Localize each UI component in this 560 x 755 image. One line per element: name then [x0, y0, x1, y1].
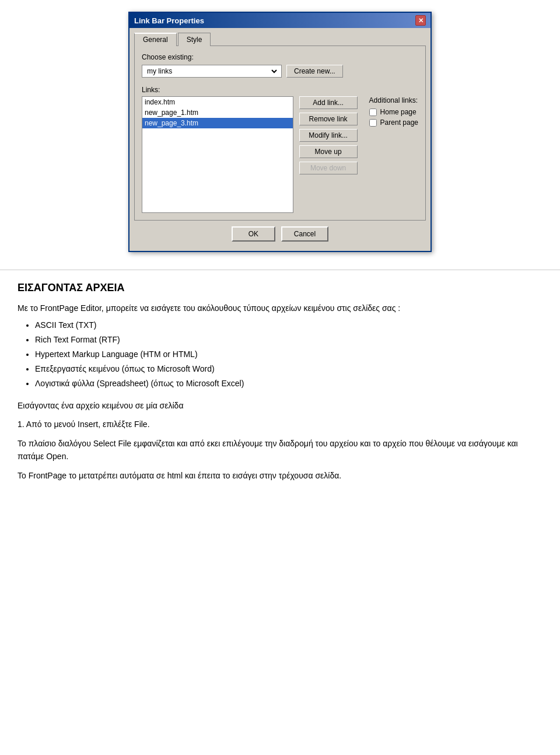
- body-text-section: ΕΙΣΑΓΟΝΤΑΣ ΑΡΧΕΙΑ Με το FrontPage Editor…: [0, 270, 560, 499]
- paragraph4: Το FrontPage το μετατρέπει αυτόματα σε h…: [18, 469, 542, 482]
- parent-page-label: Parent page: [380, 118, 418, 127]
- list-item: ASCII Text (TXT): [35, 319, 542, 331]
- dialog-titlebar: Link Bar Properties ✕: [130, 13, 430, 28]
- dialog-footer: OK Cancel: [134, 221, 426, 246]
- additional-links-label: Additional links:: [369, 96, 418, 104]
- intro-paragraph: Με το FrontPage Editor, μπορείτε να εισά…: [18, 302, 542, 314]
- links-list[interactable]: index.htm new_page_1.htm new_page_3.htm: [142, 96, 293, 213]
- add-link-button[interactable]: Add link...: [299, 96, 358, 109]
- move-up-button[interactable]: Move up: [299, 145, 358, 158]
- tabs: General Style: [134, 33, 426, 46]
- dialog-title: Link Bar Properties: [134, 16, 204, 25]
- links-dropdown[interactable]: my links: [142, 65, 282, 78]
- list-item: Επεξεργαστές κειμένου (όπως το Microsoft…: [35, 363, 542, 375]
- list-item: Rich Text Format (RTF): [35, 334, 542, 346]
- list-item: Λογιστικά φύλλα (Spreadsheet) (όπως το M…: [35, 378, 542, 390]
- tab-general[interactable]: General: [134, 33, 177, 46]
- home-page-label: Home page: [380, 108, 416, 116]
- parent-page-checkbox[interactable]: [369, 119, 377, 127]
- tab-style[interactable]: Style: [178, 33, 211, 46]
- home-page-row: Home page: [369, 108, 418, 116]
- remove-link-button[interactable]: Remove link: [299, 113, 358, 125]
- home-page-checkbox[interactable]: [369, 109, 377, 116]
- cancel-button[interactable]: Cancel: [281, 226, 328, 242]
- choose-row: my links Create new...: [142, 65, 418, 78]
- ok-button[interactable]: OK: [232, 226, 275, 242]
- move-down-button[interactable]: Move down: [299, 162, 358, 174]
- list-item[interactable]: new_page_3.htm: [142, 118, 293, 128]
- paragraph2: 1. Από το μενού Insert, επιλέξτε File.: [18, 418, 542, 431]
- list-item[interactable]: index.htm: [142, 97, 293, 107]
- additional-links: Additional links: Home page Parent page: [369, 96, 418, 213]
- link-bar-properties-dialog: Link Bar Properties ✕ General Style Choo…: [128, 12, 432, 252]
- modify-link-button[interactable]: Modify link...: [299, 129, 358, 142]
- bullet-list: ASCII Text (TXT) Rich Text Format (RTF) …: [18, 319, 542, 390]
- paragraph1: Εισάγοντας ένα αρχείο κειμένου σε μία σε…: [18, 399, 542, 412]
- paragraph3: Το πλαίσιο διαλόγου Select File εμφανίζε…: [18, 437, 542, 463]
- links-section: index.htm new_page_1.htm new_page_3.htm …: [142, 96, 418, 213]
- choose-existing-label: Choose existing:: [142, 53, 418, 61]
- section-heading: ΕΙΣΑΓΟΝΤΑΣ ΑΡΧΕΙΑ: [18, 282, 542, 294]
- tab-content: Choose existing: my links Create new... …: [134, 46, 426, 221]
- parent-page-row: Parent page: [369, 118, 418, 127]
- close-button[interactable]: ✕: [415, 15, 426, 26]
- links-buttons: Add link... Remove link Modify link... M…: [299, 96, 358, 213]
- list-item[interactable]: new_page_1.htm: [142, 107, 293, 118]
- links-label: Links:: [142, 86, 418, 94]
- links-select[interactable]: my links: [145, 67, 279, 76]
- list-item: Hypertext Markup Language (HTM or HTML): [35, 348, 542, 361]
- create-new-button[interactable]: Create new...: [286, 65, 343, 78]
